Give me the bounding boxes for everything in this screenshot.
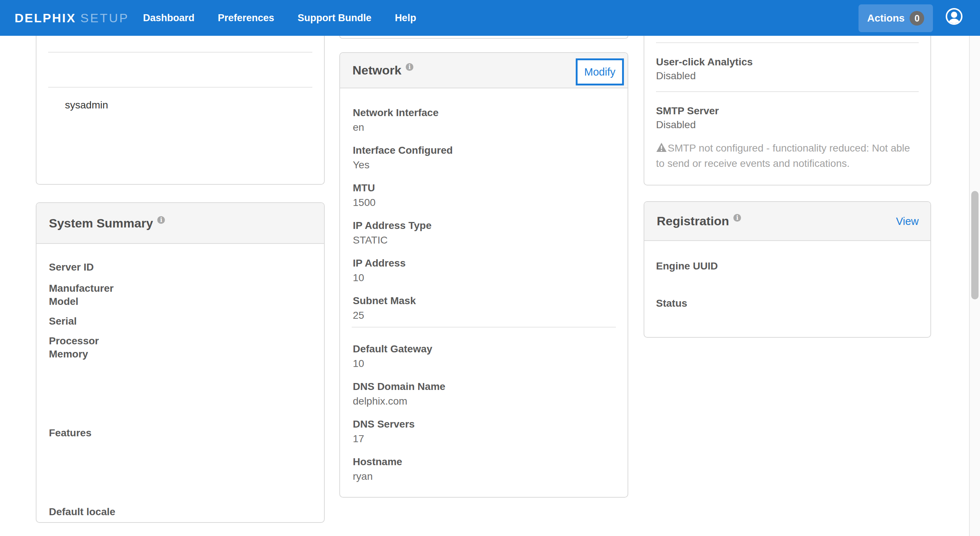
avatar-head-shape <box>951 12 958 18</box>
label-smtp-server: SMTP Server <box>656 105 719 117</box>
field-value: 10 <box>353 357 615 370</box>
field-value: en <box>353 121 615 134</box>
nav-dashboard[interactable]: Dashboard <box>143 13 194 24</box>
actions-count-badge: 0 <box>910 11 924 26</box>
label-manufacturer: Manufacturer <box>49 282 113 294</box>
field-value: 10 <box>353 271 615 284</box>
actions-button-label: Actions <box>867 13 905 24</box>
system-summary-title: System Summary <box>49 216 153 230</box>
label-user-click-analytics: User-click Analytics <box>656 56 753 68</box>
info-icon[interactable] <box>733 214 741 222</box>
brand-delphix: DELPHIX <box>14 11 76 25</box>
field-label: IP Address <box>353 257 615 270</box>
field-network-interface: Network Interface en <box>353 106 615 134</box>
divider <box>48 87 312 88</box>
field-default-gateway: Default Gateway 10 <box>353 343 615 370</box>
field-value: 17 <box>353 432 615 445</box>
system-summary-card: System Summary Server ID Manufacturer Mo… <box>36 202 325 523</box>
field-label: Hostname <box>353 455 615 469</box>
value-smtp-server: Disabled <box>656 119 696 131</box>
status-card: User-click Analytics Disabled SMTP Serve… <box>644 36 931 185</box>
smtp-warning-text: SMTP not configured - functionality redu… <box>656 142 910 169</box>
nav-preferences[interactable]: Preferences <box>218 13 274 24</box>
field-ip-address-type: IP Address Type STATIC <box>353 219 615 247</box>
divider <box>352 327 616 327</box>
divider <box>48 52 312 53</box>
top-navbar: DELPHIX SETUP Dashboard Preferences Supp… <box>0 0 980 36</box>
user-avatar-icon[interactable] <box>946 8 963 25</box>
session-username: sysadmin <box>65 99 108 111</box>
field-interface-configured: Interface Configured Yes <box>353 144 615 172</box>
scrollbar-thumb[interactable] <box>971 191 978 299</box>
brand-logo: DELPHIX SETUP <box>14 0 129 36</box>
label-status: Status <box>656 298 687 309</box>
nav-links: Dashboard Preferences Support Bundle Hel… <box>143 0 416 36</box>
modify-button[interactable]: Modify <box>576 58 624 85</box>
avatar-torso-shape <box>948 19 960 25</box>
label-model: Model <box>49 296 78 308</box>
view-link[interactable]: View <box>896 215 919 227</box>
label-server-id: Server ID <box>49 262 94 273</box>
label-features: Features <box>49 427 92 439</box>
field-value: 1500 <box>353 196 615 209</box>
divider <box>656 42 919 43</box>
field-label: MTU <box>353 182 615 195</box>
field-value: Yes <box>353 158 615 172</box>
field-label: Subnet Mask <box>353 294 615 308</box>
field-subnet-mask: Subnet Mask 25 <box>353 294 615 322</box>
network-title: Network <box>352 63 401 77</box>
field-label: DNS Domain Name <box>353 380 615 393</box>
field-label: Network Interface <box>353 106 615 120</box>
divider <box>656 91 919 92</box>
field-label: Interface Configured <box>353 144 615 157</box>
registration-card: Registration View Engine UUID Status <box>644 201 931 338</box>
label-default-locale: Default locale <box>49 506 115 518</box>
field-value: ryan <box>353 470 615 483</box>
field-value: delphix.com <box>353 395 615 408</box>
registration-header: Registration View <box>644 202 931 241</box>
actions-button[interactable]: Actions 0 <box>859 5 933 32</box>
info-icon[interactable] <box>406 63 414 71</box>
nav-support-bundle[interactable]: Support Bundle <box>298 13 371 24</box>
registration-title: Registration <box>657 214 729 228</box>
field-dns-servers: DNS Servers 17 <box>353 418 615 445</box>
warning-triangle-icon <box>656 142 667 156</box>
field-ip-address: IP Address 10 <box>353 257 615 284</box>
field-label: DNS Servers <box>353 418 615 431</box>
field-hostname: Hostname ryan <box>353 455 615 483</box>
network-header: Network Modify <box>340 53 628 88</box>
scrollbar-track[interactable] <box>969 36 980 536</box>
session-card: sysadmin <box>36 36 325 185</box>
field-value: STATIC <box>353 234 615 247</box>
nav-help[interactable]: Help <box>395 13 416 24</box>
field-value: 25 <box>353 309 615 322</box>
field-mtu: MTU 1500 <box>353 182 615 209</box>
field-dns-domain-name: DNS Domain Name delphix.com <box>353 380 615 408</box>
label-memory: Memory <box>49 348 88 360</box>
brand-setup: SETUP <box>80 11 129 25</box>
label-serial: Serial <box>49 316 76 327</box>
network-card: Network Modify Network Interface en Inte… <box>339 52 628 498</box>
label-processor: Processor <box>49 335 99 347</box>
system-summary-header: System Summary <box>37 203 324 244</box>
field-label: Default Gateway <box>353 343 615 356</box>
smtp-warning: SMTP not configured - functionality redu… <box>656 141 920 171</box>
label-engine-uuid: Engine UUID <box>656 260 718 272</box>
cut-off-card-edge <box>339 36 628 39</box>
field-label: IP Address Type <box>353 219 615 232</box>
info-icon[interactable] <box>157 216 165 224</box>
value-user-click-analytics: Disabled <box>656 70 696 82</box>
